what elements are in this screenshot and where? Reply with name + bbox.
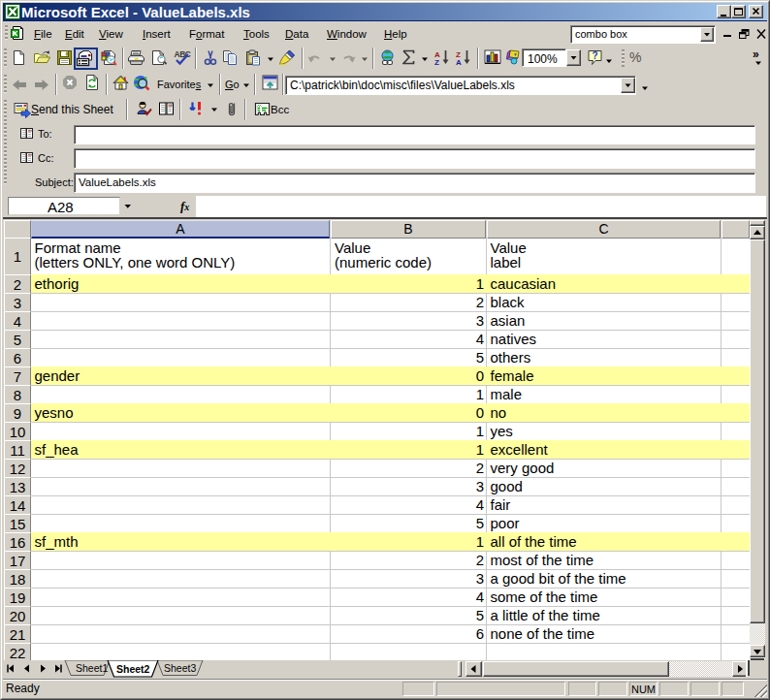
svg-text:Sheet3: Sheet3 <box>164 662 196 674</box>
svg-text:Sheet1: Sheet1 <box>76 662 108 674</box>
svg-text:?: ? <box>593 50 598 61</box>
svg-text:ABC: ABC <box>175 49 191 59</box>
svg-text:A: A <box>456 58 462 66</box>
svg-text:Sheet2: Sheet2 <box>116 663 150 675</box>
svg-text:Z: Z <box>434 58 439 66</box>
